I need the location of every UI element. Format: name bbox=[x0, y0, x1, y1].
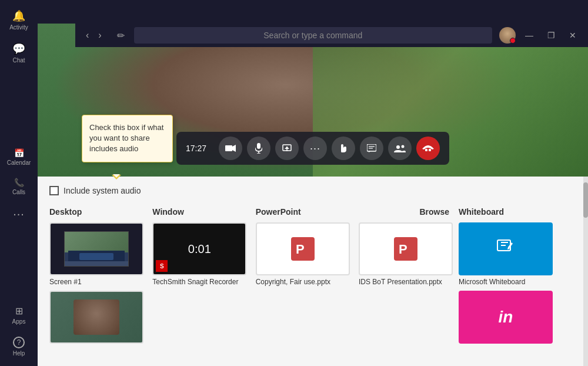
ppt-icon: P bbox=[291, 237, 315, 261]
status-dot bbox=[510, 38, 516, 44]
desktop-header: Desktop bbox=[49, 207, 152, 217]
ms-whiteboard-item[interactable]: Microsoft Whiteboard bbox=[459, 222, 576, 286]
calendar-icon: 📅 bbox=[14, 148, 24, 158]
activity-icon: 🔔 bbox=[12, 9, 25, 22]
camera-button[interactable] bbox=[219, 137, 242, 160]
calls-label: Calls bbox=[12, 189, 25, 195]
call-controls-bar: 17:27 bbox=[176, 132, 449, 165]
system-audio-checkbox[interactable] bbox=[49, 186, 59, 195]
close-button[interactable]: ✕ bbox=[564, 28, 581, 42]
calls-icon: 📞 bbox=[14, 178, 24, 187]
whiteboard-icon bbox=[496, 238, 515, 261]
sidebar-item-help[interactable]: ? Help bbox=[2, 332, 35, 361]
compose-button[interactable]: ✏ bbox=[112, 28, 129, 44]
ids-bot-thumbnail: P bbox=[359, 222, 453, 275]
window-section: Window 0:01 S TechSmith Snagit Recorder bbox=[152, 207, 255, 346]
browse-header: Browse bbox=[359, 207, 449, 217]
svg-text:P: P bbox=[399, 242, 407, 257]
invision-thumbnail: in bbox=[459, 291, 553, 344]
apps-icon: ⊞ bbox=[15, 305, 23, 317]
svg-text:P: P bbox=[296, 242, 305, 257]
whiteboard-section: Whiteboard Microsoft Whiteboard bbox=[459, 207, 576, 346]
scrollbar[interactable] bbox=[583, 177, 588, 366]
copyright-ppt-item[interactable]: P Copyright, Fair use.pptx bbox=[256, 222, 359, 286]
system-audio-label: Include system audio bbox=[64, 186, 141, 195]
svg-rect-14 bbox=[425, 149, 427, 151]
apps-label: Apps bbox=[12, 318, 26, 325]
end-call-button[interactable] bbox=[416, 137, 440, 160]
sidebar-item-apps[interactable]: ⊞ Apps bbox=[2, 301, 35, 330]
chat-button[interactable] bbox=[360, 137, 383, 160]
title-bar-right: — ❐ ✕ bbox=[499, 27, 581, 44]
share-screen-button[interactable] bbox=[275, 137, 299, 160]
snagit-thumbnail: 0:01 S bbox=[152, 222, 246, 275]
svg-point-13 bbox=[402, 145, 405, 148]
screen1-label: Screen #1 bbox=[49, 278, 143, 286]
nav-back-button[interactable]: ‹ bbox=[82, 28, 92, 43]
sidebar-item-activity[interactable]: 🔔 Activity bbox=[2, 5, 35, 35]
user-avatar-button[interactable] bbox=[499, 27, 516, 44]
activity-label: Activity bbox=[9, 24, 28, 31]
tooltip-text: Check this box if what you want to share… bbox=[89, 123, 163, 153]
participants-button[interactable] bbox=[388, 137, 412, 160]
ids-ppt-icon: P bbox=[394, 237, 417, 261]
sidebar-item-chat[interactable]: 💬 Chat bbox=[2, 38, 35, 68]
chat-label: Chat bbox=[12, 57, 25, 64]
include-audio-row: Include system audio bbox=[49, 186, 576, 195]
desktop-section: Desktop bbox=[49, 207, 152, 346]
svg-marker-1 bbox=[232, 145, 236, 152]
svg-rect-15 bbox=[429, 149, 431, 151]
share-area: Include system audio Desktop bbox=[38, 177, 588, 366]
minimize-button[interactable]: — bbox=[520, 28, 538, 42]
chat-icon: 💬 bbox=[12, 42, 25, 55]
scrollbar-thumb[interactable] bbox=[583, 182, 588, 218]
more-options-button[interactable]: ··· bbox=[303, 137, 327, 160]
tooltip-box: Check this box if what you want to share… bbox=[82, 115, 173, 162]
video-timer-display: 0:01 bbox=[188, 242, 211, 256]
screen1-item[interactable]: Screen #1 bbox=[49, 222, 152, 286]
call-timer: 17:27 bbox=[186, 144, 209, 153]
desktop-grid: Screen #1 bbox=[49, 222, 152, 344]
powerpoint-grid: P Copyright, Fair use.pptx bbox=[256, 222, 359, 286]
mic-button[interactable] bbox=[247, 137, 270, 160]
ids-bot-item[interactable]: P IDS BoT Presentation.pptx bbox=[359, 222, 459, 286]
snagit-item[interactable]: 0:01 S TechSmith Snagit Recorder bbox=[152, 222, 255, 286]
ms-whiteboard-label: Microsoft Whiteboard bbox=[459, 278, 553, 286]
window-header: Window bbox=[152, 207, 255, 217]
ms-whiteboard-thumbnail bbox=[459, 222, 553, 275]
nav-forward-button[interactable]: › bbox=[95, 28, 105, 43]
calendar-label: Calendar bbox=[7, 159, 31, 166]
svg-rect-2 bbox=[257, 143, 260, 149]
sidebar: 🔔 Activity 💬 Chat 📅 Calendar 📞 Calls ···… bbox=[0, 0, 38, 366]
whiteboard-header: Whiteboard bbox=[459, 207, 576, 217]
help-label: Help bbox=[13, 350, 25, 357]
copyright-ppt-thumbnail: P bbox=[256, 222, 350, 275]
invision-icon: in bbox=[499, 308, 513, 327]
share-sections: Desktop bbox=[49, 207, 576, 346]
svg-rect-8 bbox=[367, 144, 376, 151]
screen1-thumbnail bbox=[49, 222, 143, 275]
svg-marker-11 bbox=[369, 151, 370, 152]
search-input[interactable] bbox=[134, 27, 492, 44]
invision-item[interactable]: in bbox=[459, 291, 576, 344]
screen2-item[interactable] bbox=[49, 291, 152, 344]
browse-section: Browse P IDS BoT Presentation.pptx bbox=[359, 207, 459, 346]
main-content: ‹ › ✏ — ❐ ✕ 17:27 bbox=[38, 24, 588, 366]
maximize-button[interactable]: ❐ bbox=[543, 28, 560, 42]
nav-arrows: ‹ › bbox=[82, 28, 105, 43]
tooltip-arrow-inner bbox=[113, 174, 120, 178]
browse-grid: P IDS BoT Presentation.pptx bbox=[359, 222, 459, 286]
raise-hand-button[interactable] bbox=[332, 137, 355, 160]
snagit-label: TechSmith Snagit Recorder bbox=[152, 278, 246, 286]
snagit-logo: S bbox=[156, 260, 168, 272]
sidebar-item-calls[interactable]: 📞 Calls bbox=[2, 173, 35, 200]
sidebar-item-more[interactable]: ··· bbox=[2, 202, 35, 225]
ids-bot-label: IDS BoT Presentation.pptx bbox=[359, 278, 453, 286]
title-bar: ‹ › ✏ — ❐ ✕ bbox=[75, 24, 588, 47]
powerpoint-section: PowerPoint P Copyright, Fair use.pptx bbox=[256, 207, 359, 346]
window-grid: 0:01 S TechSmith Snagit Recorder bbox=[152, 222, 255, 286]
powerpoint-header: PowerPoint bbox=[256, 207, 359, 217]
sidebar-item-calendar[interactable]: 📅 Calendar bbox=[2, 144, 35, 171]
help-icon: ? bbox=[13, 337, 25, 348]
svg-rect-0 bbox=[225, 145, 232, 151]
